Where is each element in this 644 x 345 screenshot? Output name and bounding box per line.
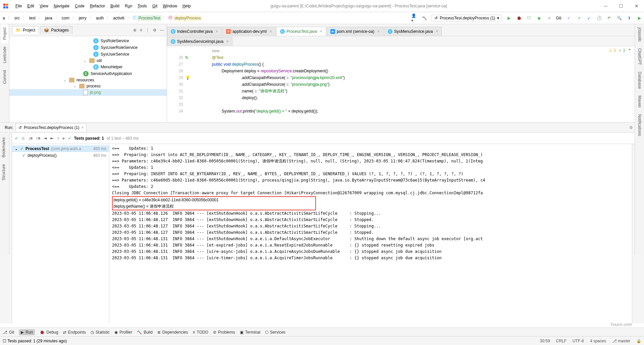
- user-icon[interactable]: 👤▾: [411, 15, 418, 21]
- menu-code[interactable]: Code: [72, 2, 87, 10]
- play-icon[interactable]: ▶: [636, 15, 643, 21]
- run-settings-icon[interactable]: ⚙: [629, 125, 633, 130]
- right-tab-maven[interactable]: Maven: [636, 92, 643, 111]
- up-icon[interactable]: ⌃: [628, 48, 631, 53]
- expand-all-icon[interactable]: ≡: [140, 28, 142, 32]
- right-tab-database[interactable]: Database: [636, 68, 643, 92]
- git-push-icon[interactable]: ↗: [576, 15, 582, 21]
- code-editor[interactable]: 26272829 3031323334 ↻💡 new @Test public …: [167, 46, 644, 122]
- console-output[interactable]: <== Updates: 1 ==> Preparing: insert int…: [109, 144, 632, 324]
- bottom-build[interactable]: 🔨 Build: [137, 330, 153, 335]
- close-icon[interactable]: ×: [81, 125, 84, 130]
- menu-help[interactable]: Help: [180, 2, 194, 10]
- close-icon[interactable]: ×: [320, 29, 322, 34]
- left-tab-project[interactable]: Project: [1, 24, 8, 43]
- test-tree[interactable]: ⌄✓ProcessTest (com.jerry.auth.a483 ms ✓d…: [12, 144, 109, 324]
- crumb[interactable]: auth: [95, 15, 105, 21]
- bottom-git[interactable]: ⎇ Git: [3, 330, 14, 335]
- chevron-down-icon[interactable]: ⌄: [73, 84, 77, 88]
- menu-file[interactable]: File: [13, 2, 24, 10]
- bottom-todo[interactable]: ≡ TODO: [193, 330, 208, 335]
- editor-tab[interactable]: CSysMenuServiceImpl.java×: [167, 37, 232, 46]
- code-content[interactable]: new @Test public void deployProcess() { …: [193, 46, 644, 122]
- run-gutter[interactable]: ↻💡: [185, 46, 193, 122]
- close-button[interactable]: ✕: [632, 1, 641, 11]
- crumb[interactable]: jerry: [77, 15, 88, 21]
- close-icon[interactable]: ×: [216, 29, 218, 34]
- stop-icon[interactable]: ■: [546, 15, 552, 21]
- collapse-all-icon[interactable]: ⋮: [146, 28, 150, 32]
- encoding[interactable]: UTF-8: [573, 339, 584, 343]
- git-revert-icon[interactable]: ↶: [606, 15, 612, 21]
- bottom-statistic[interactable]: ◷ Statistic: [91, 330, 110, 335]
- editor-tab-active[interactable]: CProcessTest.java×: [276, 27, 326, 36]
- profile-icon[interactable]: ◉: [536, 15, 542, 21]
- search-icon[interactable]: 🔍: [616, 15, 623, 21]
- chevron-down-icon[interactable]: ⌄: [63, 78, 67, 82]
- crumb[interactable]: com: [60, 15, 71, 21]
- hide-icon[interactable]: —: [160, 28, 164, 32]
- debug-icon[interactable]: 🐞: [516, 15, 522, 21]
- run-tab[interactable]: ↺ ProcessTest.deployProcess (1) ×: [15, 124, 87, 131]
- chevron-down-icon[interactable]: ⌄: [83, 58, 87, 63]
- menu-run[interactable]: Run: [122, 2, 135, 10]
- menu-build[interactable]: Build: [108, 2, 122, 10]
- crumb[interactable]: java: [44, 15, 54, 21]
- crumb[interactable]: test: [28, 15, 37, 21]
- show-ignored-icon[interactable]: ⊘: [21, 136, 25, 141]
- right-tab-jclasslib[interactable]: jclasslib: [636, 24, 643, 45]
- run-icon[interactable]: ▶: [505, 15, 512, 21]
- left-tab-bookmarks[interactable]: Bookmarks: [0, 134, 7, 161]
- close-icon[interactable]: ×: [226, 39, 229, 44]
- cursor-position[interactable]: 30:59: [540, 339, 550, 343]
- menu-refactor[interactable]: Refactor: [87, 2, 108, 10]
- git-branch[interactable]: ⎇ master: [612, 339, 630, 343]
- crumb-class[interactable]: ProcessTest: [137, 15, 162, 21]
- bottom-debug[interactable]: 🐞 Debug: [40, 330, 58, 335]
- left-tab-leetcode[interactable]: Leetcode: [1, 43, 8, 66]
- lock-icon[interactable]: 🔒: [636, 339, 641, 343]
- menu-tools[interactable]: Tools: [135, 2, 150, 10]
- bottom-problems[interactable]: ⊘ Problems: [213, 330, 235, 335]
- sort-icon[interactable]: ↓≡: [28, 136, 33, 141]
- git-history-icon[interactable]: 🕐: [596, 15, 602, 21]
- menu-edit[interactable]: Edit: [24, 2, 37, 10]
- maximize-button[interactable]: ☐: [616, 1, 626, 11]
- run-config-selector[interactable]: ↺ ProcessTest.deployProcess (1) ▾: [431, 15, 502, 21]
- right-tab-chatgpt[interactable]: ChatGPT: [636, 45, 643, 68]
- project-tab[interactable]: 📁 Project: [12, 26, 39, 34]
- bottom-endpoints[interactable]: ⇄ Endpoints: [63, 330, 86, 335]
- select-opened-file-icon[interactable]: ⊕: [133, 28, 137, 32]
- editor-tab[interactable]: ⚙application-dev.yml×: [222, 27, 276, 36]
- bottom-services[interactable]: ⬡ Services: [265, 330, 285, 335]
- crumb[interactable]: src: [13, 15, 21, 21]
- crumb[interactable]: a: [1, 15, 6, 21]
- close-icon[interactable]: ×: [270, 29, 272, 34]
- crumb-method[interactable]: deployProcess: [173, 15, 202, 21]
- bottom-terminal[interactable]: ▣ Terminal: [240, 330, 260, 335]
- close-icon[interactable]: ×: [377, 29, 380, 34]
- expand-icon[interactable]: ⇥: [44, 136, 47, 141]
- sort-icon2[interactable]: ↑≡: [36, 136, 40, 141]
- coverage-icon[interactable]: 🛡: [526, 15, 532, 21]
- ok-badge[interactable]: ✓ 3: [619, 48, 625, 53]
- minimize-button[interactable]: ─: [601, 1, 610, 11]
- left-tab-commit[interactable]: Commit: [1, 67, 8, 87]
- packages-tab[interactable]: 📦 Packages: [40, 26, 72, 34]
- bottom-profiler[interactable]: ◉ Profiler: [114, 330, 132, 335]
- bottom-dependencies[interactable]: ≣ Dependencies: [157, 330, 188, 335]
- crumb[interactable]: activiti: [112, 15, 125, 21]
- line-separator[interactable]: CRLF: [556, 339, 567, 343]
- warning-badge[interactable]: ⚠ 3: [609, 48, 616, 53]
- project-tree[interactable]: ISysRoleService ISysUserRoleService ISys…: [9, 36, 167, 122]
- bottom-run[interactable]: ▶ Run: [19, 329, 35, 335]
- settings-icon[interactable]: ⚙: [153, 28, 157, 32]
- indent[interactable]: 4 spaces: [590, 339, 606, 343]
- close-icon[interactable]: ×: [436, 29, 438, 34]
- left-tab-structure[interactable]: Structure: [0, 161, 7, 184]
- git-pull-icon[interactable]: ↙: [586, 15, 592, 21]
- hammer-icon[interactable]: 🔨: [421, 15, 428, 21]
- editor-tab[interactable]: mpom.xml (service-oa)×: [327, 27, 383, 36]
- collapse-icon[interactable]: ⇤: [50, 136, 54, 141]
- export-icon[interactable]: »: [62, 136, 65, 141]
